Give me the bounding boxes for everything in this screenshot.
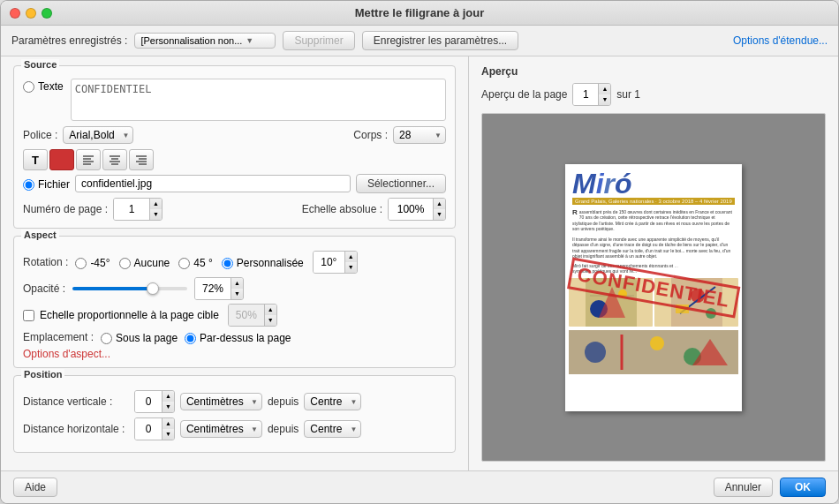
dist-horiz-unit-select[interactable]: Centimètres xyxy=(180,420,262,438)
opacite-up[interactable]: ▲ xyxy=(231,278,243,289)
texte-radio-label[interactable]: Texte xyxy=(23,80,64,93)
rotation-neg45-label[interactable]: -45° xyxy=(75,257,110,269)
rotation-down[interactable]: ▼ xyxy=(344,262,357,273)
rotation-neg45-radio[interactable] xyxy=(75,258,87,269)
maximize-button[interactable] xyxy=(42,8,52,19)
dist-horiz-stepper-btns: ▲ ▼ xyxy=(162,418,174,440)
rotation-pos45-label[interactable]: 45 ° xyxy=(178,257,212,269)
corps-label: Corps : xyxy=(353,129,388,141)
minimize-button[interactable] xyxy=(26,8,36,19)
fichier-radio[interactable] xyxy=(23,179,34,191)
rotation-label: Rotation : xyxy=(23,256,68,268)
opacite-stepper[interactable]: ▲ ▼ xyxy=(194,277,244,300)
dist-vert-unit-select[interactable]: Centimètres xyxy=(180,393,262,410)
fichier-input[interactable] xyxy=(75,175,351,192)
dist-horiz-up[interactable]: ▲ xyxy=(162,418,174,429)
miro-title: Miró xyxy=(572,169,735,198)
corps-select[interactable]: 28 xyxy=(393,126,446,144)
align-center-button[interactable] xyxy=(102,149,127,170)
rotation-up[interactable]: ▲ xyxy=(344,252,357,262)
fichier-radio-label[interactable]: Fichier xyxy=(23,178,70,191)
rotation-aucune-label[interactable]: Aucune xyxy=(119,257,170,269)
params-select[interactable]: [Personnalisation non... ▼ xyxy=(134,33,276,49)
close-button[interactable] xyxy=(10,8,20,19)
echelle-prop-stepper-btns: ▲ ▼ xyxy=(264,305,276,326)
pardessus-radio[interactable] xyxy=(185,333,196,344)
sous-radio[interactable] xyxy=(101,333,112,344)
apercu-page-down[interactable]: ▼ xyxy=(598,94,610,105)
dist-vert-ref-select[interactable]: Centre xyxy=(304,393,361,410)
apercu-page-up[interactable]: ▲ xyxy=(598,84,610,94)
dist-horiz-stepper[interactable]: ▲ ▼ xyxy=(134,417,175,440)
selectionner-button[interactable]: Sélectionner... xyxy=(356,174,446,193)
texte-radio[interactable] xyxy=(23,81,34,93)
options-aspect-link[interactable]: Options d'aspect... xyxy=(23,348,110,360)
numero-stepper-btns: ▲ ▼ xyxy=(149,199,162,220)
svg-point-24 xyxy=(650,336,664,350)
echelle-stepper[interactable]: ▲ ▼ xyxy=(388,198,446,221)
echelle-prop-stepper[interactable]: ▲ ▼ xyxy=(228,304,277,327)
opacite-down[interactable]: ▼ xyxy=(231,289,243,299)
svg-point-22 xyxy=(585,342,606,363)
rotation-custom-radio[interactable] xyxy=(222,258,233,269)
numero-input[interactable] xyxy=(114,199,149,220)
apercu-page-stepper[interactable]: ▲ ▼ xyxy=(572,83,611,106)
texte-input[interactable] xyxy=(71,79,446,121)
emplacement-row: Emplacement : Sous la page Par-dessus la… xyxy=(23,330,446,344)
echelle-prop-up[interactable]: ▲ xyxy=(264,305,276,315)
rotation-input[interactable] xyxy=(314,252,344,273)
rotation-custom-label[interactable]: Personnalisée xyxy=(222,257,304,269)
rotation-pos45-radio[interactable] xyxy=(178,258,190,269)
preview-page-row: Aperçu de la page ▲ ▼ sur 1 xyxy=(481,83,826,106)
apercu-title: Aperçu xyxy=(481,65,826,78)
numero-up[interactable]: ▲ xyxy=(149,199,162,209)
rotation-stepper[interactable]: ▲ ▼ xyxy=(313,251,358,274)
rotation-stepper-btns: ▲ ▼ xyxy=(344,252,357,273)
corps-select-wrapper: 28 xyxy=(393,126,446,144)
numero-row: Numéro de page : ▲ ▼ Echelle absolue : ▲ xyxy=(23,198,446,221)
annuler-button[interactable]: Annuler xyxy=(714,478,773,497)
rotation-aucune-radio[interactable] xyxy=(119,258,131,269)
echelle-up[interactable]: ▲ xyxy=(433,199,445,209)
numero-down[interactable]: ▼ xyxy=(149,209,162,220)
main-content: Source Texte Police : Arial,Bold xyxy=(1,56,838,470)
echelle-proportionnelle-checkbox[interactable] xyxy=(23,310,34,321)
opacite-slider[interactable] xyxy=(72,287,187,290)
opacite-row: Opacité : ▲ ▼ xyxy=(23,277,446,300)
left-panel: Source Texte Police : Arial,Bold xyxy=(1,56,469,470)
dist-vert-up[interactable]: ▲ xyxy=(162,391,174,402)
dist-horiz-input[interactable] xyxy=(135,418,162,440)
dist-vert-unit-wrapper: Centimètres xyxy=(180,393,262,410)
color-button[interactable] xyxy=(49,149,74,170)
delete-button[interactable]: Supprimer xyxy=(283,31,354,50)
align-left-button[interactable] xyxy=(76,149,101,170)
echelle-down[interactable]: ▼ xyxy=(433,209,445,220)
echelle-prop-down[interactable]: ▼ xyxy=(264,315,276,326)
ok-button[interactable]: OK xyxy=(780,478,826,497)
options-etendues-link[interactable]: Options d'étendue... xyxy=(733,34,828,47)
miro-header: Miró Grand Palais, Galeries nationales ·… xyxy=(565,164,742,209)
police-row: Police : Arial,Bold Corps : 28 xyxy=(23,126,446,144)
sous-label[interactable]: Sous la page xyxy=(101,332,178,344)
titlebar: Mettre le filigrane à jour xyxy=(1,1,838,26)
numero-stepper[interactable]: ▲ ▼ xyxy=(113,198,163,221)
echelle-prop-input[interactable] xyxy=(229,305,264,326)
police-select[interactable]: Arial,Bold xyxy=(63,126,133,144)
dist-vert-down[interactable]: ▼ xyxy=(162,402,174,412)
align-right-button[interactable] xyxy=(129,149,154,170)
save-params-button[interactable]: Enregistrer les paramètres... xyxy=(362,31,518,50)
dist-vert-stepper[interactable]: ▲ ▼ xyxy=(134,390,175,413)
dist-horiz-down[interactable]: ▼ xyxy=(162,429,174,440)
police-select-wrapper: Arial,Bold xyxy=(63,126,133,144)
apercu-page-input[interactable] xyxy=(573,84,598,105)
aide-button[interactable]: Aide xyxy=(13,478,57,497)
bold-button[interactable]: T xyxy=(23,149,48,170)
echelle-input[interactable] xyxy=(389,199,433,220)
dist-vert-input[interactable] xyxy=(135,391,162,412)
page-preview: Miró Grand Palais, Galeries nationales ·… xyxy=(565,164,742,411)
params-select-arrow: ▼ xyxy=(246,36,253,45)
pardessus-label[interactable]: Par-dessus la page xyxy=(185,332,291,344)
numero-label: Numéro de page : xyxy=(23,203,108,215)
dist-horiz-ref-select[interactable]: Centre xyxy=(304,420,361,438)
opacite-input[interactable] xyxy=(195,278,231,299)
